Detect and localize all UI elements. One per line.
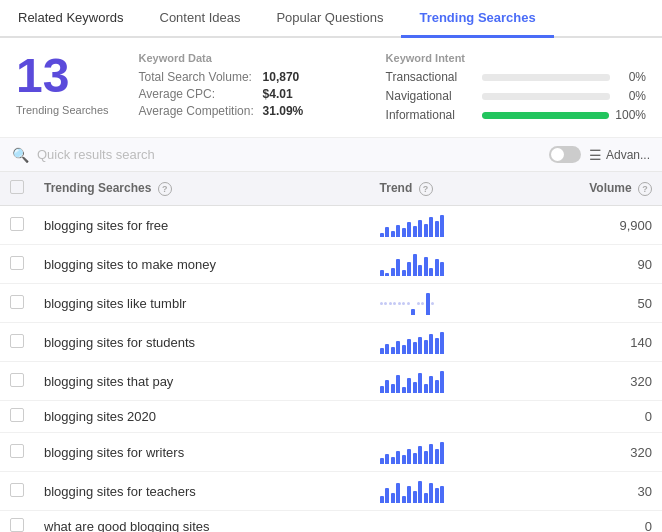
trending-count-value: 13 <box>16 52 69 100</box>
row-checkbox[interactable] <box>10 444 24 458</box>
bar-segment <box>431 302 434 305</box>
summary-section: 13 Trending Searches Keyword Data Total … <box>0 38 662 138</box>
bar-segment <box>407 339 411 354</box>
bar-segment <box>440 486 444 503</box>
table-header-row: Trending Searches ? Trend ? Volume ? <box>0 172 662 206</box>
bar-segment <box>429 376 433 393</box>
trend-chart-cell <box>370 472 518 511</box>
bar-segment <box>418 481 422 503</box>
bar-segment <box>396 225 400 237</box>
bar-segment <box>385 488 389 503</box>
kd-value-competition: 31.09% <box>263 104 304 118</box>
bar-segment <box>429 483 433 503</box>
row-checkbox[interactable] <box>10 518 24 532</box>
bar-segment <box>424 224 428 237</box>
keyword-intent-section: Keyword Intent Transactional 0% Navigati… <box>386 52 646 127</box>
bar-segment <box>402 270 406 276</box>
bar-segment <box>418 373 422 393</box>
bar-segment <box>424 493 428 503</box>
ki-row-navigational: Navigational 0% <box>386 89 646 103</box>
bar-segment <box>440 262 444 276</box>
table-row: blogging sites for free9,900 <box>0 206 662 245</box>
row-checkbox[interactable] <box>10 483 24 497</box>
ki-label-navigational: Navigational <box>386 89 476 103</box>
bar-segment <box>426 293 430 315</box>
bar-segment <box>417 302 420 305</box>
advanced-button[interactable]: ☰ Advan... <box>589 147 650 163</box>
bar-segment <box>384 302 387 305</box>
tab-popular-questions[interactable]: Popular Questions <box>258 0 401 38</box>
volume-cell: 9,900 <box>517 206 662 245</box>
keyword-cell: blogging sites for students <box>34 323 370 362</box>
tab-related-keywords[interactable]: Related Keywords <box>0 0 142 38</box>
bar-segment <box>435 259 439 276</box>
bar-segment <box>435 488 439 503</box>
volume-cell: 90 <box>517 245 662 284</box>
select-all-checkbox[interactable] <box>10 180 24 194</box>
filter-icon: ☰ <box>589 147 602 163</box>
bar-segment <box>380 496 384 503</box>
advanced-label: Advan... <box>606 148 650 162</box>
bar-segment <box>407 378 411 393</box>
mini-trend-chart <box>380 440 508 464</box>
row-checkbox[interactable] <box>10 295 24 309</box>
tab-content-ideas[interactable]: Content Ideas <box>142 0 259 38</box>
trend-help-icon[interactable]: ? <box>419 182 433 196</box>
bar-segment <box>380 386 384 393</box>
row-checkbox[interactable] <box>10 256 24 270</box>
keyword-cell: blogging sites that pay <box>34 362 370 401</box>
trend-chart-cell <box>370 323 518 362</box>
toggle-knob <box>551 148 564 161</box>
bar-segment <box>396 341 400 354</box>
bar-segment <box>413 382 417 393</box>
ki-bar-bg-navigational <box>482 93 610 100</box>
bar-segment <box>385 380 389 393</box>
bar-segment <box>385 273 389 276</box>
volume-cell: 0 <box>517 401 662 433</box>
toggle-switch[interactable] <box>549 146 581 163</box>
row-checkbox[interactable] <box>10 217 24 231</box>
table-row: blogging sites that pay320 <box>0 362 662 401</box>
bar-segment <box>435 380 439 393</box>
bar-segment <box>380 302 383 305</box>
trending-help-icon[interactable]: ? <box>158 182 172 196</box>
kd-value-volume: 10,870 <box>263 70 300 84</box>
keyword-data-title: Keyword Data <box>139 52 356 64</box>
bar-segment <box>413 453 417 464</box>
bar-segment <box>391 384 395 393</box>
bar-segment <box>418 337 422 354</box>
row-checkbox[interactable] <box>10 334 24 348</box>
volume-cell: 140 <box>517 323 662 362</box>
bar-segment <box>407 222 411 237</box>
ki-pct-informational: 100% <box>615 108 646 122</box>
tab-trending-searches[interactable]: Trending Searches <box>401 0 553 38</box>
ki-row-informational: Informational 100% <box>386 108 646 122</box>
search-input[interactable] <box>37 147 541 162</box>
row-checkbox[interactable] <box>10 373 24 387</box>
bar-segment <box>396 259 400 276</box>
volume-cell: 0 <box>517 511 662 533</box>
bar-segment <box>396 375 400 393</box>
kd-label-cpc: Average CPC: <box>139 87 259 101</box>
bar-segment <box>440 371 444 393</box>
bar-segment <box>429 217 433 237</box>
search-row: 🔍 ☰ Advan... <box>0 138 662 172</box>
toggle-wrap <box>549 146 581 163</box>
trend-chart-cell <box>370 433 518 472</box>
bar-segment <box>440 442 444 464</box>
bar-segment <box>396 483 400 503</box>
bar-segment <box>435 338 439 354</box>
bar-segment <box>418 220 422 237</box>
th-trend: Trend ? <box>370 172 518 206</box>
volume-help-icon[interactable]: ? <box>638 182 652 196</box>
th-volume: Volume ? <box>517 172 662 206</box>
ki-pct-navigational: 0% <box>616 89 646 103</box>
th-trend-label: Trend <box>380 181 413 195</box>
ki-pct-transactional: 0% <box>616 70 646 84</box>
bar-segment <box>413 226 417 237</box>
row-checkbox[interactable] <box>10 408 24 422</box>
bar-segment <box>407 449 411 464</box>
bar-segment <box>380 233 384 237</box>
bar-segment <box>402 496 406 503</box>
bar-segment <box>424 257 428 276</box>
